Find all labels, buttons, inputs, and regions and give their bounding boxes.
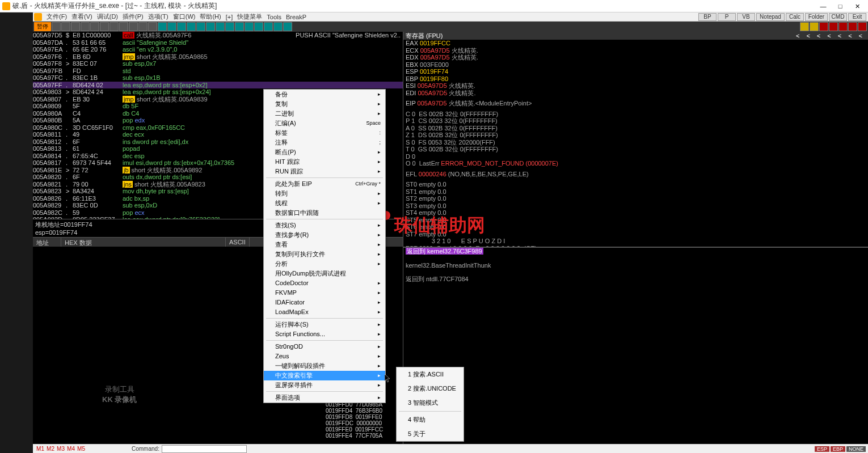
ctx-item[interactable]: 一键到解码段插件▸ bbox=[264, 361, 385, 371]
ctx-item[interactable]: Script Functions...▸ bbox=[264, 329, 385, 339]
sub-item[interactable]: 4 帮助 bbox=[397, 413, 464, 427]
disasm-row[interactable]: 005A97EA.65 6E 20 76ascii "en v2.3.9.0",… bbox=[33, 46, 403, 53]
tb-trace-icon[interactable] bbox=[119, 22, 128, 31]
tb-r4-icon[interactable] bbox=[848, 22, 857, 31]
tb-bp-icon[interactable] bbox=[245, 22, 254, 31]
ctx-item[interactable]: 数据窗口中跟随 bbox=[264, 208, 385, 218]
tb-opt2-icon[interactable] bbox=[810, 22, 819, 31]
tb-r2-icon[interactable] bbox=[829, 22, 838, 31]
tb-mod-icon[interactable] bbox=[177, 22, 186, 31]
command-input[interactable] bbox=[162, 445, 247, 453]
ctx-item[interactable]: 备份▸ bbox=[264, 90, 385, 99]
ctx-item[interactable]: 查找(S)▸ bbox=[264, 221, 385, 230]
sb-m3[interactable]: M3 bbox=[56, 446, 66, 452]
tb-runthread-icon[interactable] bbox=[129, 22, 138, 31]
ctx-item[interactable]: RUN 跟踪▸ bbox=[264, 167, 385, 176]
tb-close-icon[interactable] bbox=[71, 22, 80, 31]
menu-plus[interactable]: [+] bbox=[226, 14, 233, 20]
menu-breakp[interactable]: BreakP bbox=[286, 14, 306, 20]
tb-handles-icon[interactable] bbox=[206, 22, 215, 31]
sb-m1[interactable]: M1 bbox=[35, 446, 45, 452]
disasm-row[interactable]: 005A97F8>83EC 07sub esp,0x7 bbox=[33, 60, 403, 67]
register-line[interactable]: ESP 0019FF74 bbox=[403, 68, 868, 75]
pause-button[interactable]: 暂停 bbox=[34, 22, 51, 31]
minimize-button[interactable]: — bbox=[815, 1, 832, 11]
tb-window-icon[interactable] bbox=[196, 22, 205, 31]
tb-opt1-icon[interactable] bbox=[800, 22, 809, 31]
ext-notepad[interactable]: Notepad bbox=[756, 13, 785, 21]
maximize-button[interactable]: □ bbox=[832, 1, 849, 11]
menu-help[interactable]: 帮助(H) bbox=[200, 12, 221, 21]
sb-esp[interactable]: ESP bbox=[815, 446, 829, 452]
submenu-chinese-search[interactable]: 1 搜索.ASCII2 搜索.UNICODE3 智能模式4 帮助5 关于 bbox=[396, 367, 464, 442]
ctx-item[interactable]: 线程▸ bbox=[264, 198, 385, 208]
menu-debug[interactable]: 调试(D) bbox=[97, 12, 118, 21]
tb-run-trace-icon[interactable] bbox=[264, 22, 273, 31]
ctx-item[interactable]: 断点(P)▸ bbox=[264, 147, 385, 157]
menu-quick[interactable]: 快捷菜单 bbox=[237, 12, 262, 21]
tb-patches-icon[interactable] bbox=[225, 22, 234, 31]
disasm-row[interactable]: 005A97FBFDstd bbox=[33, 67, 403, 75]
ctx-item[interactable]: 界面选项▸ bbox=[264, 393, 385, 403]
tb-source-icon[interactable] bbox=[273, 22, 283, 31]
register-line[interactable]: EBP 0019FF80 bbox=[403, 75, 868, 83]
menu-options[interactable]: 选项(T) bbox=[148, 12, 168, 21]
sub-item[interactable]: 1 搜索.ASCII bbox=[397, 367, 464, 382]
ctx-item[interactable]: 复制到可执行文件▸ bbox=[264, 249, 385, 259]
register-line[interactable]: EDI 005A97D5 火线精英. bbox=[403, 90, 868, 97]
ctx-item[interactable]: 分析▸ bbox=[264, 259, 385, 269]
ctx-item[interactable]: 此处为新 EIPCtrl+Gray * bbox=[264, 179, 385, 189]
tb-pause-icon[interactable] bbox=[90, 22, 99, 31]
ext-folder[interactable]: Folder bbox=[805, 13, 828, 21]
ctx-item[interactable]: Str0ngOD▸ bbox=[264, 342, 385, 352]
tb-cpu-icon[interactable] bbox=[216, 22, 225, 31]
disasm-row[interactable]: 005A97F6.EB 6Djmp short 火线精英.005A9865 bbox=[33, 53, 403, 61]
ctx-item[interactable]: 注释; bbox=[264, 138, 385, 147]
register-line[interactable]: ESI 005A97D5 火线精英. bbox=[403, 82, 868, 90]
stack-panel[interactable]: 返回到 kernel32.76C3F989 kernel32.BaseThrea… bbox=[403, 247, 868, 453]
sub-item[interactable]: 2 搜索.UNICODE bbox=[397, 382, 464, 396]
tb-goto-icon[interactable] bbox=[148, 22, 157, 31]
sb-m4[interactable]: M4 bbox=[66, 446, 76, 452]
ctx-item[interactable]: 二进制▸ bbox=[264, 109, 385, 118]
disasm-row[interactable]: 005A97FF.8D6424 02lea esp,dword ptr ss:[… bbox=[33, 82, 403, 89]
ctx-item[interactable]: 转到▸ bbox=[264, 189, 385, 198]
menu-view[interactable]: 查看(V) bbox=[71, 12, 92, 21]
tb-r3-icon[interactable] bbox=[838, 22, 848, 31]
register-line[interactable]: EAX 0019FFCC bbox=[403, 40, 868, 47]
ctx-item[interactable]: 中文搜索引擎▸ bbox=[264, 371, 385, 380]
menu-plugin[interactable]: 插件(P) bbox=[123, 12, 144, 21]
sb-none[interactable]: NONE bbox=[846, 446, 866, 452]
tb-debug-icon[interactable] bbox=[283, 22, 292, 31]
ctx-item[interactable]: 用OllyDump脱壳调试进程 bbox=[264, 269, 385, 278]
register-line[interactable]: ECX 005A97D5 火线精英. bbox=[403, 47, 868, 54]
ctx-item[interactable]: Zeus▸ bbox=[264, 352, 385, 361]
tb-thread-icon[interactable] bbox=[187, 22, 196, 31]
sub-item[interactable]: 3 智能模式 bbox=[397, 396, 464, 410]
ctx-item[interactable]: 查看▸ bbox=[264, 240, 385, 249]
ctx-item[interactable]: HIT 跟踪▸ bbox=[264, 157, 385, 167]
tb-stepover-icon[interactable] bbox=[109, 22, 119, 31]
disasm-row[interactable]: 005A97DA.53 61 66 65ascii "Safengine Shi… bbox=[33, 39, 403, 46]
tb-open-icon[interactable] bbox=[52, 22, 61, 31]
register-line[interactable]: EDX 005A97D5 火线精英. bbox=[403, 54, 868, 61]
ext-vb[interactable]: VB bbox=[737, 13, 755, 21]
tb-exectil-icon[interactable] bbox=[138, 22, 148, 31]
ctx-item[interactable]: 复制▸ bbox=[264, 99, 385, 109]
tb-r1-icon[interactable] bbox=[819, 22, 828, 31]
menu-file[interactable]: 文件(F) bbox=[47, 12, 67, 21]
tb-mem-icon[interactable] bbox=[167, 22, 176, 31]
ext-bp[interactable]: BP bbox=[698, 13, 717, 21]
tb-ref-icon[interactable] bbox=[254, 22, 263, 31]
sb-ebp[interactable]: EBP bbox=[831, 446, 845, 452]
ctx-item[interactable]: 蓝屏探寻插件▸ bbox=[264, 380, 385, 390]
ctx-item[interactable]: IDAFicator▸ bbox=[264, 298, 385, 307]
sb-m5[interactable]: M5 bbox=[76, 446, 86, 452]
tb-run-icon[interactable] bbox=[81, 22, 90, 31]
disasm-row[interactable]: 005A97FC.83EC 1Bsub esp,0x1B bbox=[33, 74, 403, 82]
ctx-item[interactable]: CodeDoctor▸ bbox=[264, 278, 385, 288]
ext-calc[interactable]: Calc bbox=[786, 13, 804, 21]
tb-stepinto-icon[interactable] bbox=[100, 22, 109, 31]
context-menu[interactable]: 备份▸复制▸二进制▸汇编(A)Space标签:注释;断点(P)▸HIT 跟踪▸R… bbox=[263, 89, 386, 403]
menu-tools[interactable]: Tools bbox=[267, 14, 281, 20]
